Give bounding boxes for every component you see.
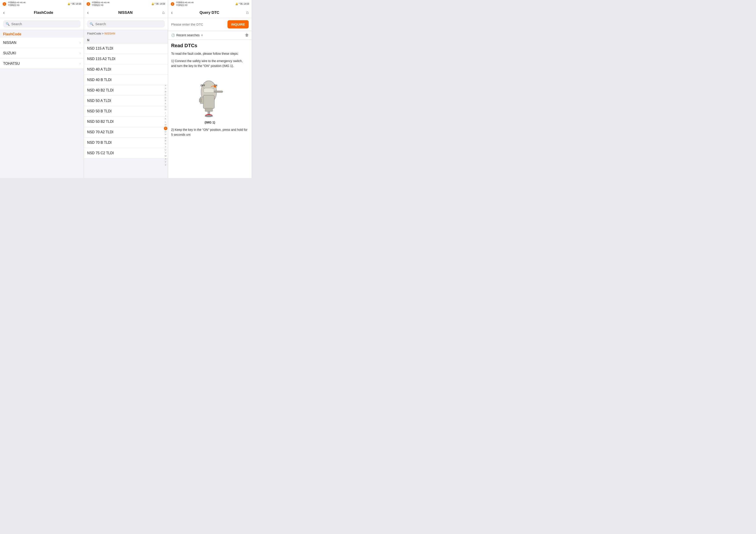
- alpha-letter[interactable]: N: [164, 127, 167, 130]
- alpha-letter[interactable]: M: [164, 123, 167, 126]
- alpha-index: #ABCDEFGHIJKLMNOPQRSTUVWXYZ: [164, 72, 167, 178]
- list-item[interactable]: NSD 40 A TLDI: [84, 64, 168, 75]
- alpha-letter[interactable]: R: [164, 140, 167, 142]
- nav-title-2: NISSAN: [90, 11, 160, 15]
- panel-number-2: 2: [87, 2, 90, 6]
- alpha-letter[interactable]: C: [164, 93, 167, 96]
- img1-caption: (IMG 1): [171, 121, 249, 124]
- breadcrumb-2: FlashCode > NISSAN: [84, 30, 168, 37]
- list-item[interactable]: NSD 50 B TLDI: [84, 106, 168, 116]
- panel-2: 2 中国移动 HD 4G 46 中国电信 HD 🔔 * 96 14:59 ‹ N…: [84, 0, 168, 178]
- tohatsu-label: TOHATSU: [3, 62, 20, 65]
- nav-title-3: Query DTC: [174, 11, 244, 15]
- svg-text:OFF: OFF: [201, 84, 205, 87]
- alpha-letter[interactable]: G: [164, 106, 167, 108]
- alpha-letter[interactable]: Y: [164, 161, 167, 164]
- list-item[interactable]: NSD 50 B2 TLDI: [84, 116, 168, 127]
- list-item[interactable]: NSD 75 C2 TLDI: [84, 148, 168, 158]
- alpha-letter[interactable]: T: [164, 145, 167, 148]
- alpha-letter[interactable]: B: [164, 90, 167, 93]
- alpha-letter[interactable]: P: [164, 133, 167, 136]
- list-item[interactable]: NSD 40 B TLDI: [84, 75, 168, 85]
- section-header-n: N: [84, 37, 168, 43]
- alpha-letter[interactable]: D: [164, 96, 167, 99]
- model-label: NSD 40 B TLDI: [87, 78, 112, 82]
- back-button-1[interactable]: ‹: [3, 10, 5, 15]
- dtc-input-row: INQUIRE: [168, 18, 252, 31]
- model-label: NSD 70 A2 TLDI: [87, 130, 113, 134]
- home-icon-2[interactable]: ⌂: [162, 10, 165, 15]
- alpha-letter[interactable]: A: [164, 87, 167, 90]
- alpha-letter[interactable]: #: [164, 84, 167, 87]
- chevron-nissan: ›: [79, 41, 81, 45]
- content-area: Read DTCs To read the fault code, please…: [168, 39, 252, 178]
- status-carrier-3: 中国移动 HD 4G 46 中国电信 HD: [176, 1, 194, 7]
- list-item[interactable]: NSD 115 A TLDI: [84, 43, 168, 54]
- panel-number-3: 3: [171, 2, 174, 6]
- alpha-letter[interactable]: J: [164, 114, 167, 117]
- svg-rect-2: [205, 108, 213, 112]
- list-item[interactable]: NSD 40 B2 TLDI: [84, 85, 168, 96]
- back-button-2[interactable]: ‹: [87, 10, 89, 15]
- status-carrier-2: 中国移动 HD 4G 46 中国电信 HD: [92, 1, 110, 7]
- alpha-letter[interactable]: X: [164, 158, 167, 161]
- search-input-1[interactable]: [11, 22, 78, 26]
- trash-icon[interactable]: 🗑: [245, 33, 249, 37]
- alpha-letter[interactable]: H: [164, 108, 167, 111]
- model-label: NSD 50 B TLDI: [87, 109, 112, 113]
- chevron-down-icon: ∨: [201, 34, 203, 37]
- list-content-1: FlashCode NISSAN › SUZUKI › TOHATSU ›: [0, 30, 84, 178]
- model-label: NSD 50 A TLDI: [87, 99, 111, 103]
- read-dtcs-step1: 1) Connect the safety wire to the emerge…: [171, 59, 249, 68]
- recent-label: 🕐 Recent searches ∨: [171, 33, 203, 37]
- status-bar-2: 2 中国移动 HD 4G 46 中国电信 HD 🔔 * 96 14:59: [84, 0, 168, 7]
- chevron-tohatsu: ›: [79, 62, 81, 65]
- suzuki-label: SUZUKI: [3, 51, 16, 55]
- panel-number-1: 1: [3, 2, 6, 6]
- home-icon-3[interactable]: ⌂: [246, 10, 249, 15]
- list-item-nissan[interactable]: NISSAN ›: [0, 38, 84, 48]
- recent-text: Recent searches: [176, 33, 200, 37]
- alpha-letter[interactable]: Z: [164, 164, 167, 166]
- list-item[interactable]: NSD 70 B TLDI: [84, 138, 168, 148]
- recent-searches-row[interactable]: 🕐 Recent searches ∨ 🗑: [168, 31, 252, 39]
- list-item[interactable]: NSD 115 A2 TLDI: [84, 54, 168, 64]
- status-bar-1: 1 中国移动 HD 4G 46 中国电信 HD 🔔 * 96 14:58: [0, 0, 84, 7]
- alpha-letter[interactable]: V: [164, 152, 167, 154]
- model-label: NSD 40 A TLDI: [87, 67, 111, 71]
- dtc-input[interactable]: [171, 22, 226, 26]
- list-item-tohatsu[interactable]: TOHATSU ›: [0, 59, 84, 69]
- search-bar-1[interactable]: 🔍: [3, 20, 81, 28]
- nav-bar-2: ‹ NISSAN ⌂: [84, 7, 168, 18]
- back-button-3[interactable]: ‹: [171, 10, 173, 15]
- alpha-letter[interactable]: K: [164, 117, 167, 120]
- list-item[interactable]: NSD 50 A TLDI: [84, 96, 168, 106]
- alpha-letter[interactable]: F: [164, 102, 167, 105]
- search-icon-1: 🔍: [6, 22, 10, 26]
- search-bar-2[interactable]: 🔍: [87, 20, 165, 28]
- search-input-2[interactable]: [95, 22, 162, 26]
- model-label: NSD 115 A TLDI: [87, 46, 113, 51]
- alpha-letter[interactable]: U: [164, 148, 167, 151]
- svg-rect-6: [204, 88, 214, 92]
- svg-rect-1: [203, 95, 214, 109]
- clock-icon: 🕐: [171, 33, 175, 37]
- alpha-letter[interactable]: Q: [164, 137, 167, 139]
- list-item-suzuki[interactable]: SUZUKI ›: [0, 48, 84, 59]
- alpha-letter[interactable]: W: [164, 155, 167, 158]
- alpha-letter[interactable]: L: [164, 121, 167, 123]
- model-label: NSD 40 B2 TLDI: [87, 88, 114, 92]
- model-label: NSD 75 C2 TLDI: [87, 151, 114, 155]
- nav-bar-3: ‹ Query DTC ⌂: [168, 7, 252, 18]
- alpha-letter[interactable]: I: [164, 112, 167, 114]
- alpha-letter[interactable]: S: [164, 142, 167, 145]
- alpha-letter[interactable]: E: [164, 99, 167, 102]
- panel-1: 1 中国移动 HD 4G 46 中国电信 HD 🔔 * 96 14:58 ‹ F…: [0, 0, 84, 178]
- svg-rect-12: [199, 99, 202, 102]
- nissan-label: NISSAN: [3, 41, 16, 45]
- brand-label-1: FlashCode: [3, 32, 21, 36]
- alpha-letter[interactable]: O: [164, 130, 167, 133]
- list-item[interactable]: NSD 70 A2 TLDI: [84, 127, 168, 138]
- engine-svg: OFF ON: [188, 73, 232, 117]
- inquire-button[interactable]: INQUIRE: [228, 20, 249, 29]
